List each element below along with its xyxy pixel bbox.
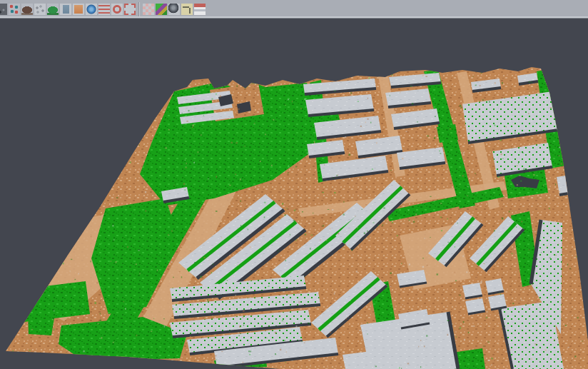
terrain-green-icon bbox=[47, 4, 59, 15]
terrain-green-button[interactable] bbox=[46, 1, 59, 17]
target-circle-icon bbox=[111, 4, 123, 15]
toolbar bbox=[0, 0, 588, 19]
terrain-dark-icon bbox=[21, 4, 33, 15]
mesh-grid-button[interactable] bbox=[142, 1, 155, 17]
classification-colormap-icon bbox=[156, 4, 167, 15]
point-cloud-icon bbox=[0, 4, 7, 15]
terrain-dark-button[interactable] bbox=[21, 1, 34, 17]
sphere-icon bbox=[168, 4, 180, 15]
profile-lines-button[interactable] bbox=[98, 1, 111, 17]
selection-box-button[interactable] bbox=[123, 1, 136, 17]
globe-icon bbox=[86, 4, 97, 15]
registration-points-icon bbox=[9, 4, 20, 15]
ground-patch-button[interactable] bbox=[72, 1, 85, 17]
sphere-button[interactable] bbox=[168, 1, 181, 17]
classification-colormap-button[interactable] bbox=[155, 1, 168, 17]
toolbar-separator bbox=[136, 2, 142, 16]
registration-points-button[interactable] bbox=[8, 1, 21, 17]
point-cloud-scene-canvas[interactable] bbox=[0, 19, 588, 369]
target-circle-button[interactable] bbox=[111, 1, 123, 17]
sparse-points-button[interactable] bbox=[34, 1, 46, 17]
globe-button[interactable] bbox=[85, 1, 98, 17]
ground-patch-icon bbox=[73, 4, 84, 15]
application-window bbox=[0, 0, 588, 369]
building-button[interactable] bbox=[59, 1, 72, 17]
point-cloud-button[interactable] bbox=[0, 1, 8, 17]
selection-box-icon bbox=[124, 4, 136, 15]
measure-grid-button[interactable] bbox=[181, 1, 193, 17]
viewport-3d[interactable] bbox=[0, 19, 588, 369]
mesh-grid-icon bbox=[143, 4, 154, 15]
layers-icon bbox=[194, 4, 206, 15]
measure-grid-icon bbox=[181, 4, 193, 15]
building-icon bbox=[60, 4, 71, 15]
sparse-points-icon bbox=[34, 4, 46, 15]
layers-button[interactable] bbox=[193, 1, 206, 17]
profile-lines-icon bbox=[98, 4, 110, 15]
